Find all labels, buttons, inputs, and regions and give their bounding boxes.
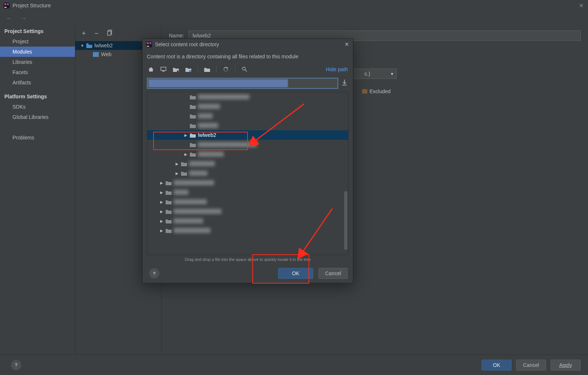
- svg-rect-6: [86, 43, 89, 44]
- help-icon[interactable]: ?: [11, 360, 21, 370]
- sidebar-item-libraries[interactable]: Libraries: [0, 57, 75, 67]
- svg-rect-1: [4, 3, 6, 5]
- project-folder-icon[interactable]: [173, 66, 179, 73]
- dialog-help-icon[interactable]: ?: [149, 268, 159, 278]
- svg-rect-17: [189, 70, 191, 72]
- desktop-icon[interactable]: [160, 66, 167, 73]
- svg-rect-3: [4, 7, 7, 8]
- sidebar-item-sdks[interactable]: SDKs: [0, 102, 75, 112]
- sidebar-header-project: Project Settings: [0, 26, 75, 36]
- scrollbar[interactable]: [344, 191, 347, 250]
- sidebar-item-artifacts[interactable]: Artifacts: [0, 77, 75, 88]
- ij-logo-icon: [146, 41, 152, 47]
- nav-arrows: ← →: [0, 11, 588, 26]
- path-blurred-value: [148, 79, 288, 87]
- path-input-row: [147, 78, 349, 89]
- svg-rect-20: [342, 85, 347, 85]
- sidebar-item-global-libraries[interactable]: Global Libraries: [0, 112, 75, 122]
- svg-rect-12: [149, 42, 151, 44]
- chevron-down-icon: ▾: [391, 71, 393, 77]
- svg-point-16: [177, 70, 179, 72]
- sidebar-item-problems[interactable]: Problems: [0, 132, 75, 143]
- tree-module-label: lwlweb2: [94, 43, 113, 48]
- new-folder-icon[interactable]: +: [204, 66, 210, 73]
- ij-logo-icon: [4, 3, 10, 8]
- toolbar-separator: [198, 66, 198, 73]
- combo-value: c.): [364, 71, 391, 77]
- folder-icon: [190, 133, 196, 138]
- window-titlebar: Project Structure ✕: [0, 0, 588, 11]
- dialog-title: Select content root directory: [155, 41, 219, 47]
- dialog-cancel-button[interactable]: Cancel: [318, 268, 348, 279]
- name-label: Name:: [169, 33, 184, 39]
- file-tree[interactable]: ▶ lwlweb2 ▶ ▶ ▶ ▶ ▶ ▶ ▶ ▶ ▶: [147, 92, 349, 255]
- tree-row-label: lwlweb2: [198, 132, 216, 138]
- dialog-footer: ? OK Cancel: [143, 264, 353, 283]
- expand-icon[interactable]: ▼: [80, 44, 84, 48]
- toolbar-separator: [216, 66, 217, 73]
- home-icon[interactable]: [148, 66, 154, 73]
- history-dropdown-icon[interactable]: [340, 80, 349, 87]
- toolbar-separator: [235, 66, 235, 73]
- hide-path-link[interactable]: Hide path: [326, 66, 348, 72]
- module-folder-icon: [86, 43, 92, 48]
- cancel-button[interactable]: Cancel: [516, 360, 546, 371]
- apply-button[interactable]: Apply: [551, 360, 581, 371]
- dialog-ok-button[interactable]: OK: [278, 268, 313, 279]
- excluded-label: Excluded: [369, 88, 391, 94]
- svg-rect-15: [162, 71, 165, 72]
- sidebar-item-modules[interactable]: Modules: [0, 47, 75, 57]
- tree-facet-label: Web: [101, 51, 112, 57]
- forward-icon[interactable]: →: [20, 15, 26, 22]
- sidebar-item-facets[interactable]: Facets: [0, 67, 75, 77]
- path-input[interactable]: [147, 78, 338, 89]
- select-content-root-dialog: Select content root directory ✕ Content …: [142, 39, 353, 283]
- expand-icon[interactable]: ▶: [184, 133, 188, 137]
- tree-row-selected[interactable]: ▶ lwlweb2: [147, 130, 348, 140]
- ok-button[interactable]: OK: [481, 360, 512, 371]
- svg-rect-5: [108, 31, 111, 35]
- module-folder-icon[interactable]: [185, 66, 192, 73]
- drag-drop-hint: Drag and drop a file into the space abov…: [147, 255, 349, 264]
- main-footer: ? OK Cancel Apply: [0, 354, 588, 375]
- svg-rect-11: [147, 42, 149, 44]
- mark-excluded-row[interactable]: Excluded: [362, 88, 581, 94]
- remove-icon[interactable]: −: [95, 30, 99, 37]
- svg-rect-2: [7, 3, 9, 5]
- show-hidden-icon[interactable]: [241, 66, 248, 73]
- window-title: Project Structure: [12, 3, 51, 8]
- back-icon[interactable]: ←: [6, 15, 12, 22]
- dialog-description: Content root is a directory containing a…: [147, 52, 349, 64]
- dialog-close-icon[interactable]: ✕: [344, 41, 349, 48]
- svg-rect-14: [161, 67, 166, 70]
- sidebar-header-platform: Platform Settings: [0, 91, 75, 102]
- close-icon[interactable]: ✕: [579, 2, 584, 9]
- web-facet-icon: [93, 52, 99, 57]
- file-chooser-toolbar: + Hide path: [147, 64, 349, 75]
- sidebar-item-project[interactable]: Project: [0, 36, 75, 47]
- refresh-icon[interactable]: [223, 66, 229, 73]
- settings-sidebar: Project Settings Project Modules Librari…: [0, 26, 75, 375]
- svg-rect-13: [147, 46, 149, 47]
- excluded-folder-icon: [362, 89, 367, 94]
- svg-text:+: +: [209, 67, 210, 70]
- dialog-titlebar: Select content root directory ✕: [143, 39, 353, 50]
- copy-icon[interactable]: [107, 30, 113, 37]
- svg-point-19: [242, 67, 245, 70]
- add-icon[interactable]: +: [82, 30, 86, 37]
